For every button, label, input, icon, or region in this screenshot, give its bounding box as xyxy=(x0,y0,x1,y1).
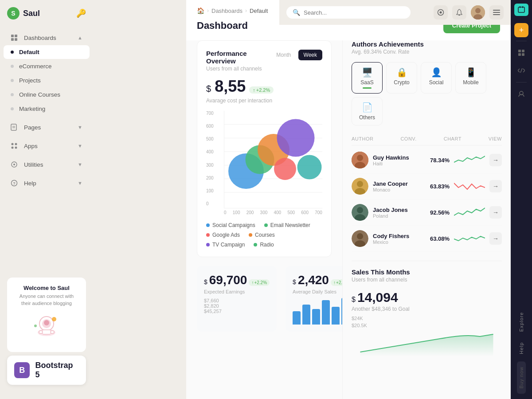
sidebar-item-ecommerce-label: eCommerce xyxy=(19,63,52,70)
arrow-up-icon: ↑ xyxy=(253,87,255,93)
sidebar-item-marketing-label: Marketing xyxy=(19,106,45,112)
avg-daily-sales-card: $ 2,420 ↑ +2.6% Average Daily Sales xyxy=(286,266,342,332)
authors-table-header: AUTHOR CONV. CHART VIEW xyxy=(352,133,502,145)
mini-bar-chart xyxy=(293,298,342,325)
search-input[interactable] xyxy=(304,9,404,16)
panel-icon-grid[interactable] xyxy=(513,45,529,61)
chevron-up-icon: ▲ xyxy=(78,35,82,40)
author-avatar-cody xyxy=(352,230,368,247)
legend-googleads: Google Ads xyxy=(206,232,240,238)
sidebar-item-utilities[interactable]: Utilities ▼ xyxy=(4,157,90,172)
chevron-down-icon: ▼ xyxy=(78,180,82,186)
svg-line-58 xyxy=(520,68,522,73)
metric-value-row: $ 8,55 ↑ +2.2% xyxy=(206,77,322,96)
mobile-icon: 📱 xyxy=(466,67,477,78)
cat-tab-mobile[interactable]: 📱 Mobile xyxy=(455,62,486,94)
topbar-notifications-btn[interactable] xyxy=(452,5,466,20)
bubble-googleads xyxy=(274,158,296,180)
svg-rect-57 xyxy=(522,53,524,56)
topbar-icon-btn-1[interactable] xyxy=(434,5,448,20)
table-row: Jane Cooper Monaco 63.83% → xyxy=(352,173,502,200)
author-avatar-guy xyxy=(352,152,368,168)
sidebar-item-projects[interactable]: Projects xyxy=(4,74,90,87)
nav-apps-section: Apps ▼ xyxy=(0,137,93,155)
author-avatar-jane xyxy=(352,178,368,195)
author-view-btn-guy[interactable]: → xyxy=(489,154,502,166)
author-view-btn-jane[interactable]: → xyxy=(489,180,502,192)
panel-icon-user[interactable] xyxy=(513,86,529,102)
active-dot-icon xyxy=(11,51,14,54)
avg-daily-sales-label: Average Daily Sales xyxy=(293,289,342,294)
sidebar-item-marketing[interactable]: Marketing xyxy=(4,102,90,116)
sidebar-item-online-courses[interactable]: Online Courses xyxy=(4,88,90,102)
mini-bar-3 xyxy=(312,309,320,325)
tab-month[interactable]: Month xyxy=(271,50,296,60)
svg-rect-51 xyxy=(518,7,524,12)
authors-section: Authors Achievements Avg. 69.34% Conv. R… xyxy=(352,40,502,252)
sidebar-item-pages[interactable]: Pages ▼ xyxy=(4,120,90,134)
tab-week[interactable]: Week xyxy=(298,50,322,60)
sidebar: S Saul 🔑 Dashboards ▲ Default eCommerce xyxy=(0,0,93,399)
cat-label-mobile: Mobile xyxy=(463,79,478,86)
content-body: Performance Overview Users from all chan… xyxy=(186,40,511,399)
legend-dot-tv xyxy=(206,243,210,246)
table-row: Cody Fishers Mexico 63.08% → xyxy=(352,226,502,252)
sidebar-item-help[interactable]: ? Help ▼ xyxy=(4,176,90,190)
explore-label[interactable]: Explore xyxy=(519,307,524,337)
cat-tab-others[interactable]: 📄 Others xyxy=(352,97,383,125)
logo-arrow-icon: 🔑 xyxy=(76,8,86,18)
sidebar-item-utilities-label: Utilities xyxy=(24,161,43,168)
author-info-guy: Guy Hawkins Haiti xyxy=(373,154,423,166)
svg-rect-52 xyxy=(520,6,520,8)
price-label-24k: $24K xyxy=(352,316,502,321)
sales-value-row: $ 14,094 xyxy=(352,290,502,305)
help-label[interactable]: Help xyxy=(519,337,524,360)
svg-rect-53 xyxy=(522,6,523,8)
svg-rect-21 xyxy=(51,331,54,333)
author-info-cody: Cody Fishers Mexico xyxy=(373,233,423,245)
panel-add-button[interactable]: + xyxy=(514,23,528,37)
sidebar-item-default-label: Default xyxy=(19,49,39,55)
nav-utilities-section: Utilities ▼ xyxy=(0,155,93,174)
main-wrapper: 🔍 🏠 › xyxy=(186,0,511,399)
topbar-right xyxy=(434,5,504,20)
author-name-jacob: Jacob Jones xyxy=(373,207,423,213)
search-box[interactable]: 🔍 xyxy=(286,6,411,19)
expected-earnings-label: Expected Earnings xyxy=(204,289,270,294)
sidebar-item-apps[interactable]: Apps ▼ xyxy=(4,139,90,153)
user-avatar[interactable] xyxy=(471,5,485,20)
legend-dot-social xyxy=(206,223,210,227)
author-conv-jane: 63.83% xyxy=(427,183,450,190)
avg-sales-badge: ↑ +2.6% xyxy=(331,279,342,286)
cat-tab-crypto[interactable]: 🔒 Crypto xyxy=(386,62,417,94)
bubble-tv xyxy=(277,119,315,157)
panel-icon-code[interactable] xyxy=(513,63,529,78)
topbar-menu-btn[interactable] xyxy=(489,5,504,20)
y-axis-labels: 700 600 500 400 300 200 100 0 xyxy=(206,111,222,206)
svg-point-8 xyxy=(15,143,17,145)
sparkline-cody xyxy=(454,232,485,245)
sidebar-item-help-label: Help xyxy=(24,180,36,187)
breadcrumb-sep-1: › xyxy=(207,8,209,14)
cat-label-saas: SaaS xyxy=(360,79,373,86)
buy-now-label[interactable]: Buy now xyxy=(517,361,526,394)
author-view-btn-cody[interactable]: → xyxy=(489,232,502,245)
grid-icon xyxy=(11,34,20,41)
left-panel: Performance Overview Users from all chan… xyxy=(186,40,342,399)
svg-rect-55 xyxy=(522,50,524,52)
sidebar-item-ecommerce[interactable]: eCommerce xyxy=(4,59,90,73)
svg-point-40 xyxy=(357,155,363,161)
sidebar-item-dashboards[interactable]: Dashboards ▲ xyxy=(4,31,90,45)
metric-label: Avarage cost per interaction xyxy=(206,98,322,104)
author-info-jane: Jane Cooper Monaco xyxy=(373,180,423,192)
sidebar-item-online-courses-label: Online Courses xyxy=(19,91,60,98)
welcome-card: Welcome to Saul Anyone can connect with … xyxy=(7,278,86,352)
sidebar-item-pages-label: Pages xyxy=(24,124,41,131)
cat-tab-social[interactable]: 👤 Social xyxy=(421,62,452,94)
author-view-btn-jacob[interactable]: → xyxy=(489,206,502,219)
cat-tab-saas[interactable]: 🖥️ SaaS xyxy=(352,62,383,94)
svg-rect-30 xyxy=(493,10,500,11)
bubble-chart xyxy=(224,111,322,208)
breadcrumb-dashboards[interactable]: Dashboards xyxy=(211,8,243,14)
sidebar-item-default[interactable]: Default xyxy=(4,45,90,59)
